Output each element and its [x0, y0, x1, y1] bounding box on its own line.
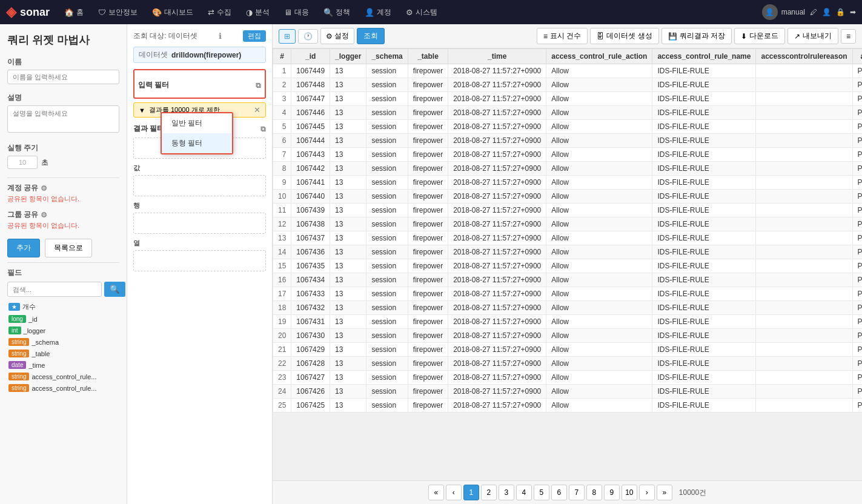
page-prev-btn[interactable]: ‹	[446, 485, 462, 500]
page-5-btn[interactable]: 5	[534, 485, 549, 500]
cell-time: 2018-08-27 11:57:27+0900	[448, 259, 546, 273]
list-button[interactable]: 목록으로	[45, 239, 92, 257]
cell-reason	[756, 399, 852, 413]
edit-icon[interactable]: 🖊	[810, 8, 817, 16]
settings-btn[interactable]: ⚙ 설정	[320, 28, 354, 44]
cell-num: 5	[273, 120, 291, 134]
page-10-btn[interactable]: 10	[622, 485, 637, 500]
grid-view-btn[interactable]: ⊞	[279, 29, 296, 44]
account-share-gear[interactable]: ⚙	[41, 184, 47, 193]
field-search-button[interactable]: 🔍	[104, 282, 125, 297]
cell-time: 2018-08-27 11:57:27+0900	[448, 315, 546, 329]
cell-num: 4	[273, 106, 291, 120]
response-icon: 🖥	[284, 8, 292, 17]
cell-reason	[756, 371, 852, 385]
page-first-btn[interactable]: «	[428, 485, 444, 500]
page-8-btn[interactable]: 8	[586, 485, 602, 500]
page-2-btn[interactable]: 2	[481, 485, 497, 500]
desc-textarea[interactable]	[7, 105, 119, 133]
cell-logger: 13	[330, 106, 366, 120]
cell-num: 18	[273, 301, 291, 315]
cell-reason	[756, 329, 852, 343]
page-9-btn[interactable]: 9	[604, 485, 620, 500]
user2-icon[interactable]: 👤	[822, 8, 831, 16]
save-query-btn[interactable]: 💾 쿼리결과 저장	[661, 28, 732, 44]
group-share-gear[interactable]: ⚙	[41, 211, 47, 219]
pagination: « ‹ 1 2 3 4 5 6 7 8 9 10 › » 10000건	[273, 480, 862, 504]
nav-security[interactable]: 🛡 보안정보	[92, 5, 144, 20]
logo-icon: ◈	[6, 4, 16, 20]
nav-user: 👤 manual	[762, 4, 805, 20]
cell-reason	[756, 217, 852, 231]
cell-logger: 13	[330, 120, 366, 134]
cell-action: Allow	[546, 190, 652, 204]
query-btn[interactable]: 조회	[357, 28, 385, 44]
nav-policy[interactable]: 🔍 정책	[317, 5, 356, 20]
filter-copy-icon[interactable]: ⧉	[256, 81, 261, 90]
cell-time: 2018-08-27 11:57:27+0900	[448, 231, 546, 245]
nav-response-label: 대응	[294, 7, 309, 18]
lock-icon[interactable]: 🔒	[836, 8, 845, 16]
nav-analysis[interactable]: ◑ 분석	[240, 5, 276, 20]
page-3-btn[interactable]: 3	[499, 485, 514, 500]
dataset-bar: 데이터셋 drilldown(firepower)	[133, 47, 266, 63]
cell-action2: PERMIT	[852, 106, 862, 120]
cell-id: 1067434	[291, 273, 330, 287]
cell-num: 11	[273, 204, 291, 217]
result-filter-copy-icon[interactable]: ⧉	[260, 125, 266, 133]
cell-time: 2018-08-27 11:57:27+0900	[448, 329, 546, 343]
logout-icon[interactable]: ➡	[850, 8, 856, 16]
nav-home[interactable]: 🏠 홈	[58, 5, 90, 20]
row-box	[133, 213, 266, 234]
name-input[interactable]	[7, 70, 119, 84]
logo-text: sonar	[20, 6, 50, 19]
wizard-title: 쿼리 위젯 마법사	[7, 33, 119, 47]
table-row: 23 1067427 13 session firepower 2018-08-…	[273, 371, 863, 385]
page-6-btn[interactable]: 6	[551, 485, 567, 500]
cell-rule-name: IDS-FILE-RULE	[652, 287, 756, 301]
gen-dataset-btn[interactable]: 🗄 데이터셋 생성	[590, 28, 658, 44]
schedule-input[interactable]	[7, 156, 38, 169]
page-1-btn[interactable]: 1	[463, 485, 479, 500]
cell-reason	[756, 343, 852, 357]
nav-response[interactable]: 🖥 대응	[278, 5, 315, 20]
cell-table: firepower	[408, 301, 448, 315]
value-label: 값	[133, 164, 266, 173]
page-4-btn[interactable]: 4	[516, 485, 532, 500]
page-next-btn[interactable]: ›	[639, 485, 655, 500]
left-panel: 쿼리 위젯 마법사 이름 설명 실행 주기 초 계정 공유 ⚙ 공유된 항목이 …	[0, 24, 127, 504]
cell-time: 2018-08-27 11:57:27+0900	[448, 273, 546, 287]
filter-option-general[interactable]: 일반 필터	[162, 113, 232, 133]
cell-schema: session	[366, 78, 408, 92]
filter-option-typed[interactable]: 동형 필터	[162, 133, 232, 153]
cell-reason	[756, 301, 852, 315]
page-last-btn[interactable]: »	[657, 485, 672, 500]
cell-time: 2018-08-27 11:57:27+0900	[448, 134, 546, 148]
cell-time: 2018-08-27 11:57:27+0900	[448, 371, 546, 385]
more-btn[interactable]: ≡	[841, 29, 856, 44]
limit-remove-btn[interactable]: ✕	[254, 105, 260, 114]
edit-button[interactable]: 편집	[243, 30, 266, 42]
download-btn[interactable]: ⬇ 다운로드	[734, 28, 785, 44]
cell-num: 19	[273, 315, 291, 329]
cell-rule-name: IDS-FILE-RULE	[652, 371, 756, 385]
cell-num: 7	[273, 148, 291, 162]
export-btn[interactable]: ↗ 내보내기	[787, 28, 838, 44]
display-count-btn[interactable]: ≡ 표시 건수	[537, 28, 588, 44]
nav-collect[interactable]: ⇄ 수집	[202, 5, 237, 20]
group-share-label: 그룹 공유 ⚙	[7, 210, 119, 220]
field-item-table: string _table	[7, 348, 119, 359]
col-acl-reason: accesscontrolrulereason	[756, 49, 852, 64]
cell-table: firepower	[408, 231, 448, 245]
nav-system[interactable]: ⚙ 시스템	[400, 5, 443, 20]
nav-account[interactable]: 👤 계정	[359, 5, 397, 20]
add-button[interactable]: 추가	[7, 239, 40, 257]
cell-id: 1067428	[291, 357, 330, 371]
clock-view-btn[interactable]: 🕐	[298, 29, 318, 44]
page-7-btn[interactable]: 7	[569, 485, 585, 500]
nav-dashboard[interactable]: 🎨 대시보드	[146, 5, 199, 20]
desc-label: 설명	[7, 93, 119, 103]
field-search-input[interactable]	[7, 282, 102, 297]
shield-icon: 🛡	[98, 8, 106, 17]
table-row: 22 1067428 13 session firepower 2018-08-…	[273, 357, 863, 371]
